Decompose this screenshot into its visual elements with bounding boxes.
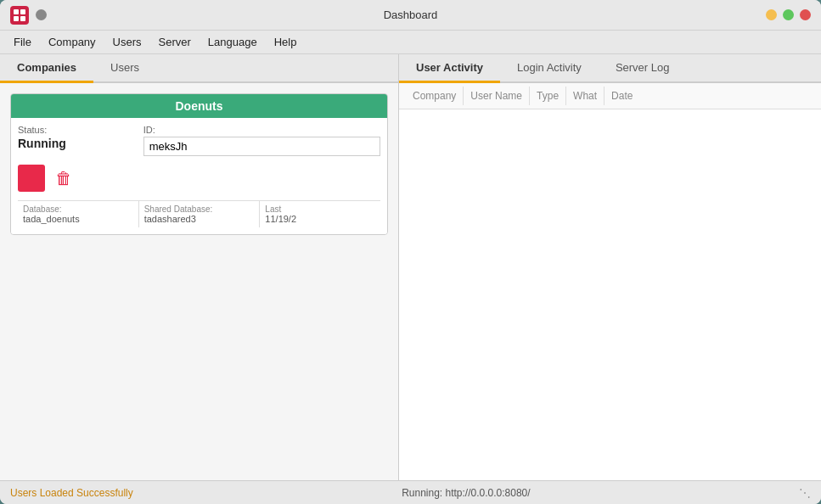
status-id-row: Status: Running ID: [18, 125, 380, 156]
id-section: ID: [143, 125, 380, 156]
status-value: Running [18, 137, 137, 150]
status-right-message: Running: http://0.0.0.0:8080/ [402, 487, 530, 499]
shared-db-value: tadashared3 [144, 214, 255, 224]
id-input[interactable] [143, 137, 380, 156]
menu-bar: File Company Users Server Language Help [0, 31, 821, 54]
menu-help[interactable]: Help [267, 33, 304, 51]
id-label: ID: [143, 125, 380, 135]
right-tab-bar: User Activity Login Activity Server Log [399, 54, 821, 83]
maximize-button[interactable] [783, 9, 794, 20]
icons-row: 🗑 [18, 161, 380, 195]
status-section: Status: Running [18, 125, 137, 156]
db-cell: Database: tada_doenuts [18, 201, 139, 227]
col-type: Type [530, 87, 566, 105]
main-window: Dashboard File Company Users Server Lang… [0, 0, 821, 504]
tab-companies[interactable]: Companies [0, 54, 93, 83]
activity-body [399, 109, 821, 480]
last-value: 11/19/2 [265, 214, 375, 224]
delete-icon[interactable]: 🗑 [55, 169, 72, 188]
tab-users[interactable]: Users [93, 54, 156, 83]
company-card: Doenuts Status: Running ID: [10, 93, 388, 235]
menu-language[interactable]: Language [201, 33, 264, 51]
close-button[interactable] [800, 9, 811, 20]
title-bar-controls [10, 6, 47, 25]
svg-rect-2 [14, 16, 19, 21]
company-card-body: Status: Running ID: 🗑 [11, 118, 387, 234]
shared-db-label: Shared Database: [144, 204, 255, 214]
activity-table-header: Company User Name Type What Date [399, 83, 821, 109]
svg-rect-3 [20, 16, 25, 21]
status-bar: Users Loaded Successfully Running: http:… [0, 480, 821, 504]
tab-server-log[interactable]: Server Log [599, 54, 687, 83]
menu-server[interactable]: Server [152, 33, 198, 51]
status-left-message: Users Loaded Successfully [10, 487, 133, 499]
col-username: User Name [464, 87, 530, 105]
left-panel: Companies Users Doenuts Status: Running … [0, 54, 399, 480]
left-tab-bar: Companies Users [0, 54, 398, 83]
col-what: What [566, 87, 605, 105]
db-row: Database: tada_doenuts Shared Database: … [18, 200, 380, 227]
menu-users[interactable]: Users [106, 33, 149, 51]
col-company: Company [406, 87, 464, 105]
tab-login-activity[interactable]: Login Activity [500, 54, 599, 83]
window-title: Dashboard [384, 8, 438, 21]
db-label: Database: [23, 204, 133, 214]
company-color-swatch[interactable] [18, 165, 45, 192]
app-icon [10, 6, 29, 25]
window-buttons [766, 9, 811, 20]
svg-rect-1 [20, 9, 25, 14]
col-date: Date [605, 87, 639, 105]
dot-icon [36, 9, 47, 20]
right-panel: User Activity Login Activity Server Log … [399, 54, 821, 480]
minimize-button[interactable] [766, 9, 777, 20]
menu-company[interactable]: Company [42, 33, 103, 51]
shared-db-cell: Shared Database: tadashared3 [139, 201, 261, 227]
resize-icon: ⋱ [799, 486, 811, 500]
main-content: Companies Users Doenuts Status: Running … [0, 54, 821, 480]
last-label: Last [265, 204, 375, 214]
db-value: tada_doenuts [23, 214, 133, 224]
last-cell: Last 11/19/2 [260, 201, 380, 227]
status-label: Status: [18, 125, 137, 135]
tab-user-activity[interactable]: User Activity [399, 54, 500, 83]
title-bar: Dashboard [0, 0, 821, 31]
company-card-header: Doenuts [11, 94, 387, 118]
menu-file[interactable]: File [7, 33, 38, 51]
svg-rect-0 [14, 9, 19, 14]
